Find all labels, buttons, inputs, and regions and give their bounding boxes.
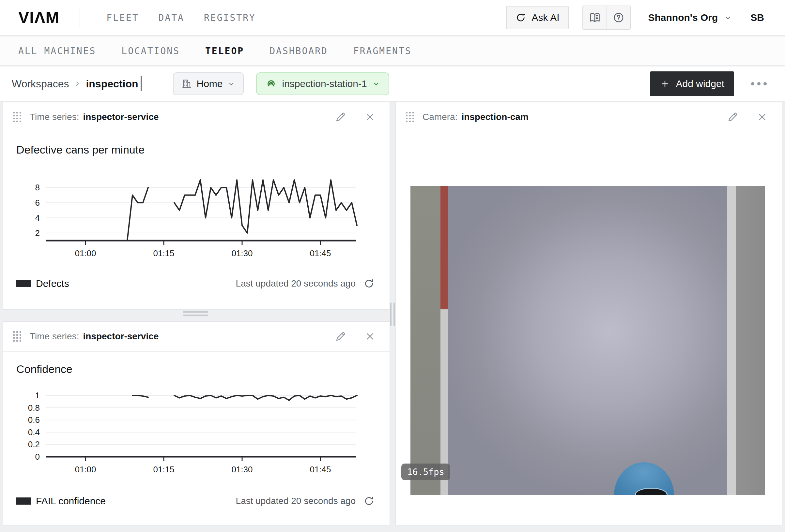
machine-selector-label: inspection-station-1 [282,78,367,89]
chart-legend: Defects [16,278,69,289]
ask-ai-label: Ask AI [531,12,559,23]
refresh-button[interactable] [363,496,375,507]
text-caret [141,76,142,91]
chevron-down-icon [372,80,380,88]
fps-badge: 16.5fps [401,463,450,480]
close-widget-button[interactable] [363,110,377,124]
svg-text:6: 6 [35,198,40,208]
machine-selector-pill[interactable]: inspection-station-1 [256,72,389,95]
viam-logo[interactable]: VIΛM [18,8,59,27]
tab-locations[interactable]: LOCATIONS [121,46,180,56]
question-icon [613,12,625,24]
section-tabs: ALL MACHINES LOCATIONS TELEOP DASHBOARD … [0,36,785,66]
nav-item-registry[interactable]: REGISTRY [204,12,256,23]
widget-source-name: inspector-service [83,331,158,342]
widget-header: Time series: inspector-service [3,322,389,352]
primary-nav: FLEET DATA REGISTRY [106,12,256,23]
camera-scene-conveyor [448,186,727,495]
chart-title: Defective cans per minute [16,143,145,156]
widget-source-name: inspection-cam [461,112,528,122]
camera-widget: Camera: inspection-cam 16 [396,102,782,526]
widget-type-label: Camera: [423,112,457,122]
chart-legend: FAIL confidence [16,496,106,507]
drag-handle-icon[interactable] [406,112,414,122]
chart-title: Confidence [16,363,72,375]
drag-handle-icon[interactable] [13,112,21,122]
add-widget-button[interactable]: Add widget [650,71,734,96]
svg-text:0.8: 0.8 [28,403,40,413]
documentation-button[interactable] [583,6,607,29]
timeseries-widget-confidence: Time series: inspector-service Confidenc… [3,321,390,526]
defects-line-chart: 246801:0001:1501:3001:45 [3,171,389,269]
tab-dashboard[interactable]: DASHBOARD [270,46,328,56]
ask-ai-button[interactable]: Ask AI [506,6,568,29]
close-widget-button[interactable] [363,329,377,344]
widget-source-name: inspector-service [83,112,158,122]
svg-text:01:00: 01:00 [75,248,96,258]
svg-text:0.2: 0.2 [28,440,40,449]
user-avatar[interactable]: SB [751,12,764,23]
help-button[interactable] [607,6,630,29]
topbar-divider [80,7,80,28]
building-icon [181,79,192,89]
timeseries-widget-defects: Time series: inspector-service Defective… [3,102,390,310]
svg-text:2: 2 [35,228,40,238]
svg-text:0: 0 [35,452,40,461]
tab-teleop[interactable]: TELEOP [205,46,244,56]
svg-text:1: 1 [35,391,40,400]
chevron-right-icon [73,80,81,88]
help-icon-group [582,5,631,30]
edit-widget-button[interactable] [333,329,348,344]
location-selector-label: Home [196,78,223,89]
last-updated-group: Last updated 20 seconds ago [236,496,375,507]
svg-text:01:45: 01:45 [310,248,331,258]
camera-scene-can-opening [635,488,667,495]
plus-icon [660,79,670,89]
svg-text:0.6: 0.6 [28,415,40,425]
camera-scene-right-strip [727,186,736,495]
machine-online-icon [265,78,277,90]
widget-footer: FAIL confidence Last updated 20 seconds … [16,491,375,511]
nav-item-data[interactable]: DATA [158,12,184,23]
camera-stream-view [410,186,765,495]
legend-swatch [16,280,31,287]
row-resize-handle[interactable] [183,311,208,316]
svg-text:01:15: 01:15 [153,464,174,474]
refresh-button[interactable] [363,278,375,289]
tab-all-machines[interactable]: ALL MACHINES [18,46,96,56]
org-name: Shannon's Org [648,12,718,23]
drag-handle-icon[interactable] [13,331,21,342]
widget-header: Time series: inspector-service [3,102,389,132]
more-options-button[interactable] [749,78,769,90]
nav-item-fleet[interactable]: FLEET [106,12,139,23]
confidence-line-chart: 00.20.40.60.8101:0001:1501:3001:45 [3,385,389,482]
book-icon [589,12,601,24]
tab-fragments[interactable]: FRAGMENTS [353,46,412,56]
svg-text:01:30: 01:30 [231,464,253,474]
edit-widget-button[interactable] [726,110,740,124]
svg-text:4: 4 [35,213,40,223]
last-updated-group: Last updated 20 seconds ago [236,278,375,289]
widget-header: Camera: inspection-cam [396,102,782,132]
camera-scene-left-column [410,186,440,495]
org-switcher[interactable]: Shannon's Org [648,12,732,23]
camera-scene-blue-can [614,462,674,495]
breadcrumb-workspaces[interactable]: Workspaces [12,78,69,90]
svg-text:0.4: 0.4 [28,427,40,437]
edit-widget-button[interactable] [333,110,348,124]
column-resize-handle[interactable] [390,302,395,326]
legend-label: Defects [36,278,69,289]
legend-label: FAIL confidence [36,496,106,507]
viam-teleop-page: VIΛM FLEET DATA REGISTRY Ask AI [0,0,785,532]
chevron-down-icon [227,80,235,88]
location-selector-button[interactable]: Home [173,72,244,95]
svg-text:8: 8 [35,183,40,192]
widget-type-label: Time series: [30,112,79,122]
ask-ai-sparkle-icon [515,12,526,23]
camera-scene-red-bar [440,186,448,309]
svg-text:01:00: 01:00 [75,464,96,474]
breadcrumb-current-workspace[interactable]: inspection [86,78,138,90]
widget-type-label: Time series: [30,331,79,342]
close-widget-button[interactable] [755,110,769,124]
legend-swatch [16,498,31,505]
